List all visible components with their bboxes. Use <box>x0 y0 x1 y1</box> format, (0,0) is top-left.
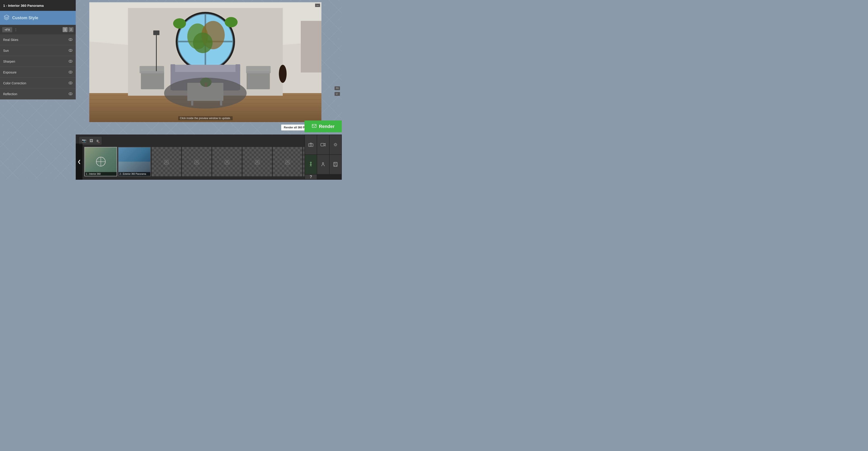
fx-num-1[interactable]: 1 <box>63 27 68 32</box>
svg-point-7 <box>69 71 72 73</box>
placeholder-icon-3: ◎ <box>164 158 169 166</box>
bottom-right-grid: ? <box>305 134 342 180</box>
film-label-2: 2 - Exterior 360 Panorama <box>119 172 150 176</box>
add-image-btn[interactable]: 🖼 <box>89 138 94 143</box>
video-grid-btn[interactable] <box>317 135 329 154</box>
render-button[interactable]: Render <box>305 120 342 132</box>
preview-container[interactable]: — Click inside the preview window to upd… <box>89 2 321 122</box>
filmstrip-scroll: ❮ 1 - Interior 360 2 - Exte <box>76 144 342 180</box>
svg-rect-36 <box>170 65 240 72</box>
svg-rect-50 <box>153 31 159 35</box>
svg-marker-59 <box>310 143 312 144</box>
svg-point-9 <box>69 82 72 84</box>
fx-item-exposure[interactable]: Exposure <box>0 67 76 78</box>
u-key[interactable]: U <box>335 92 340 96</box>
fx-options-icon[interactable]: ⋮ <box>14 28 18 32</box>
svg-rect-51 <box>301 21 321 72</box>
save-grid-btn[interactable] <box>330 155 341 174</box>
fx-label-exposure: Exposure <box>3 70 17 74</box>
add-camera-btn[interactable]: 📷 <box>81 138 87 143</box>
sidebar-key-area: F6 U <box>334 86 340 96</box>
fx-item-sharpen[interactable]: Sharpen <box>0 56 76 67</box>
svg-rect-56 <box>312 124 316 127</box>
layers-icon <box>4 14 9 22</box>
help-grid-btn[interactable]: ? <box>305 175 317 179</box>
film-placeholder-7[interactable]: ◎ <box>273 147 302 176</box>
preview-image[interactable]: — Click inside the preview window to upd… <box>89 2 321 122</box>
fx-list: Real Skies Sun Sharpen Exposure Color Co… <box>0 34 76 99</box>
filmstrip-prev-arrow[interactable]: ❮ <box>76 144 83 180</box>
main-area: — Click inside the preview window to upd… <box>76 0 342 180</box>
left-panel: 1 - Interior 360 Panorama Custom Style +… <box>0 0 76 180</box>
svg-point-10 <box>70 82 71 84</box>
eye-icon-sun[interactable] <box>68 49 72 53</box>
fx-item-sun[interactable]: Sun <box>0 45 76 56</box>
placeholder-icon-7: ◎ <box>285 158 290 166</box>
svg-rect-60 <box>321 143 324 146</box>
camera-grid-btn[interactable] <box>305 135 317 154</box>
film-items: 1 - Interior 360 2 - Exterior 360 Panora… <box>83 145 335 178</box>
title-bar: 1 - Interior 360 Panorama <box>0 0 76 11</box>
film-placeholder-3[interactable]: ◎ <box>152 147 181 176</box>
svg-point-52 <box>279 65 287 83</box>
svg-rect-47 <box>246 66 271 73</box>
settings-grid-btn[interactable] <box>330 135 341 154</box>
svg-line-67 <box>310 165 311 167</box>
walkthrough-grid-btn[interactable] <box>305 155 317 174</box>
svg-point-62 <box>335 144 336 146</box>
film-label-1: 1 - Interior 360 <box>85 172 117 176</box>
svg-point-58 <box>310 144 312 146</box>
fx-toolbar: +FX ⋮ 1 2 <box>0 25 76 34</box>
filmstrip-bar: 📷 🖼 🗑2× ❮ 1 - Interior 360 <box>76 134 342 180</box>
film-placeholder-6[interactable]: ◎ <box>243 147 272 176</box>
fx-nums: 1 2 <box>63 27 73 32</box>
custom-style-section[interactable]: Custom Style <box>0 11 76 25</box>
placeholder-icon-6: ◎ <box>254 158 260 166</box>
placeholder-icon-4: ◎ <box>194 158 199 166</box>
fx-label-sun: Sun <box>3 49 9 53</box>
fx-label-color-correction: Color Correction <box>3 81 26 85</box>
f6-key[interactable]: F6 <box>335 86 340 90</box>
film-item-2[interactable]: 2 - Exterior 360 Panorama <box>118 147 151 176</box>
svg-point-48 <box>164 78 247 109</box>
fx-item-reflection[interactable]: Reflection <box>0 89 76 99</box>
svg-point-4 <box>70 50 71 51</box>
film-placeholder-5[interactable]: ◎ <box>212 147 242 176</box>
svg-point-8 <box>70 71 71 73</box>
custom-style-label: Custom Style <box>12 16 38 20</box>
person-grid-btn[interactable] <box>317 155 329 174</box>
svg-rect-44 <box>141 71 164 89</box>
fx-num-2[interactable]: 2 <box>68 27 73 32</box>
preview-minimize-btn[interactable]: — <box>315 4 320 7</box>
svg-rect-45 <box>140 66 164 73</box>
fx-label-sharpen: Sharpen <box>3 60 15 63</box>
svg-line-68 <box>311 165 311 167</box>
eye-icon-sharpen[interactable] <box>68 60 72 63</box>
app-title: 1 - Interior 360 Panorama <box>3 4 43 7</box>
add-fx-button[interactable]: +FX <box>2 27 12 32</box>
svg-point-3 <box>69 49 72 52</box>
fx-item-real-skies[interactable]: Real Skies <box>0 34 76 45</box>
svg-point-11 <box>69 92 72 95</box>
fx-label-reflection: Reflection <box>3 92 17 96</box>
placeholder-icon-5: ◎ <box>224 158 230 166</box>
film-item-1[interactable]: 1 - Interior 360 <box>84 147 117 176</box>
svg-point-2 <box>70 39 71 40</box>
eye-icon-reflection[interactable] <box>68 92 72 96</box>
fx-item-color-correction[interactable]: Color Correction <box>0 78 76 89</box>
svg-point-33 <box>173 18 186 29</box>
svg-point-1 <box>69 38 72 41</box>
eye-icon-color-correction[interactable] <box>68 81 72 85</box>
svg-point-12 <box>70 93 71 94</box>
eye-icon-real-skies[interactable] <box>68 38 72 41</box>
render-icon <box>312 123 317 129</box>
svg-marker-0 <box>4 15 9 18</box>
svg-point-63 <box>310 162 311 163</box>
delete-btn[interactable]: 🗑2× <box>95 138 100 143</box>
svg-point-69 <box>322 162 324 164</box>
svg-point-32 <box>193 33 213 53</box>
film-placeholder-4[interactable]: ◎ <box>182 147 211 176</box>
svg-point-5 <box>69 60 72 62</box>
svg-rect-72 <box>334 162 336 164</box>
eye-icon-exposure[interactable] <box>68 70 72 74</box>
